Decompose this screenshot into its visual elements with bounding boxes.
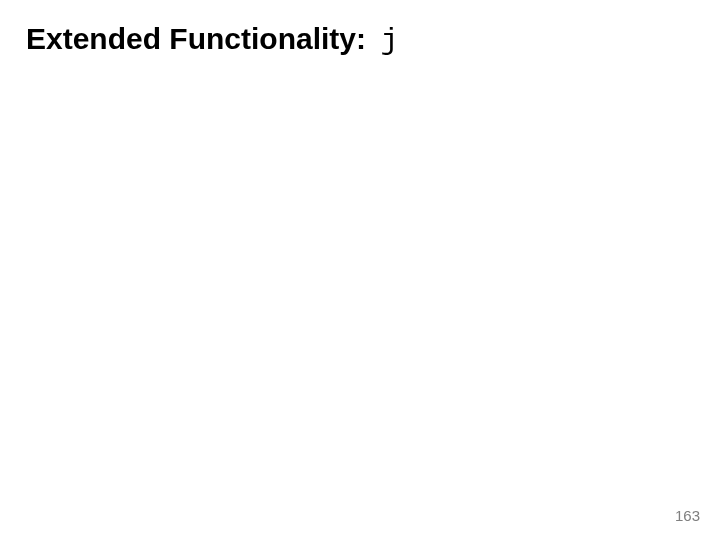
slide-title: Extended Functionality: j (26, 22, 399, 58)
title-prefix-text: Extended Functionality: (26, 22, 366, 55)
page-number: 163 (675, 507, 700, 524)
title-code-text: j (380, 24, 399, 58)
slide-container: Extended Functionality: j 163 (0, 0, 720, 540)
